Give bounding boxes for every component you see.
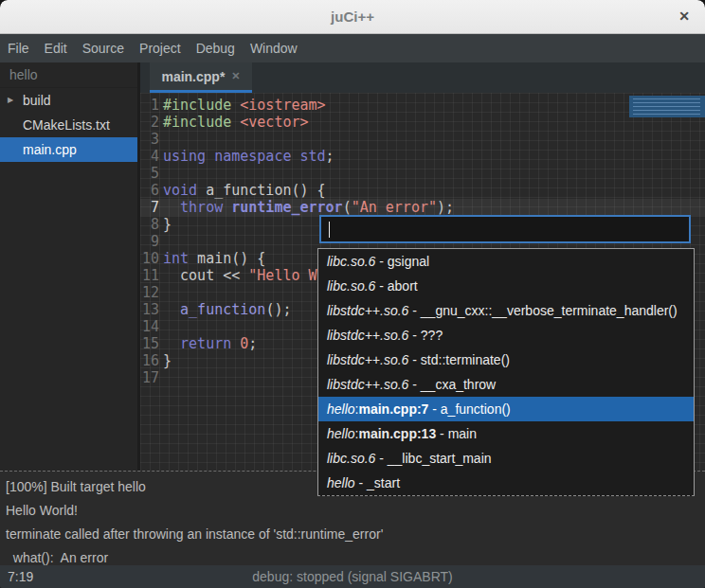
- text-segment: - main: [436, 426, 477, 441]
- file-tree-panel: hello ▶buildCMakeLists.txtmain.cpp: [0, 62, 137, 471]
- menu-bar: FileEditSourceProjectDebugWindow: [0, 34, 705, 62]
- text-segment: libstdc++.so.6: [327, 377, 408, 392]
- backtrace-item[interactable]: hello - _start: [318, 471, 694, 495]
- code-segment: [163, 335, 180, 352]
- file-label: CMakeLists.txt: [23, 117, 110, 133]
- text-segment: - __gnu_cxx::__verbose_terminate_handler…: [408, 303, 677, 318]
- code-text: cout << "Hello W: [159, 267, 317, 284]
- menu-window[interactable]: Window: [243, 34, 305, 62]
- backtrace-item[interactable]: libstdc++.so.6 - __cxa_throw: [318, 372, 694, 397]
- code-segment: }: [163, 352, 172, 369]
- line-number: 5: [140, 165, 159, 182]
- backtrace-item[interactable]: hello:main.cpp:13 - main: [318, 421, 694, 446]
- debug-status: debug: stopped (signal SIGABRT): [0, 565, 705, 588]
- text-segment: libc.so.6: [327, 254, 375, 269]
- window-titlebar[interactable]: juCi++ ✕: [0, 0, 705, 34]
- code-text: [159, 284, 163, 301]
- sidebar-item-main-cpp[interactable]: main.cpp: [0, 137, 137, 162]
- app-window: juCi++ ✕ FileEditSourceProjectDebugWindo…: [0, 0, 705, 588]
- code-text: throw runtime_error("An error");: [159, 199, 454, 216]
- status-bar: 7:19 debug: stopped (signal SIGABRT): [0, 565, 705, 588]
- text-segment: hello: [327, 475, 355, 490]
- text-segment: - gsignal: [375, 254, 429, 269]
- code-segment: std: [300, 148, 326, 165]
- code-text: int main() {: [159, 250, 265, 267]
- file-label: main.cpp: [23, 142, 77, 157]
- line-number: 16: [140, 352, 159, 369]
- tab-close-icon[interactable]: ✕: [231, 70, 240, 82]
- code-text: }: [159, 216, 172, 233]
- menu-debug[interactable]: Debug: [189, 34, 243, 62]
- text-segment: libc.so.6: [327, 451, 375, 466]
- backtrace-item[interactable]: libc.so.6 - gsignal: [318, 249, 694, 274]
- backtrace-item[interactable]: hello:main.cpp:7 - a_function(): [318, 397, 694, 421]
- code-text: using namespace std;: [159, 148, 334, 165]
- code-segment: main() {: [189, 250, 265, 267]
- code-segment: ;: [248, 335, 257, 352]
- code-line: 7 throw runtime_error("An error");: [140, 199, 705, 216]
- text-caret: [329, 222, 330, 238]
- line-number: 14: [140, 318, 159, 335]
- text-segment: - ???: [408, 328, 443, 343]
- code-segment: [223, 199, 231, 216]
- backtrace-item[interactable]: libc.so.6 - abort: [318, 274, 694, 298]
- code-segment: [231, 335, 240, 352]
- menu-source[interactable]: Source: [75, 34, 132, 62]
- code-segment: a_function: [180, 301, 265, 318]
- code-segment: "An error": [352, 199, 437, 216]
- line-number: 13: [140, 301, 159, 318]
- code-segment: );: [437, 199, 454, 216]
- output-line: Hello World!: [6, 499, 699, 523]
- text-segment: hello: [327, 426, 355, 441]
- code-segment: #include: [163, 97, 240, 114]
- code-text: #include <iostream>: [159, 97, 326, 114]
- line-number: 6: [140, 182, 159, 199]
- project-name: hello: [0, 62, 137, 88]
- line-number: 7: [140, 199, 159, 216]
- backtrace-item[interactable]: libstdc++.so.6 - ???: [318, 323, 694, 347]
- menu-edit[interactable]: Edit: [37, 34, 75, 62]
- tab-label: main.cpp*: [161, 69, 225, 84]
- output-line: terminate called after throwing an insta…: [6, 523, 699, 546]
- line-number: 17: [140, 369, 159, 386]
- file-label: build: [23, 93, 51, 108]
- code-text: [159, 165, 163, 182]
- code-segment: throw: [180, 199, 223, 216]
- code-segment: cout <<: [163, 267, 248, 284]
- sidebar-item-cmakelists-txt[interactable]: CMakeLists.txt: [0, 113, 137, 137]
- tab-main-cpp[interactable]: main.cpp* ✕: [150, 62, 252, 93]
- code-segment: ;: [326, 148, 334, 165]
- code-text: a_function();: [159, 301, 291, 318]
- line-number: 8: [140, 216, 159, 233]
- code-line: 2#include <vector>: [140, 114, 705, 131]
- backtrace-item[interactable]: libstdc++.so.6 - std::terminate(): [318, 347, 694, 372]
- code-segment: runtime_error: [231, 199, 342, 216]
- code-line: 3: [140, 131, 705, 148]
- code-text: [159, 318, 163, 335]
- code-line: 5: [140, 165, 705, 182]
- menu-project[interactable]: Project: [132, 34, 189, 62]
- code-text: [159, 233, 163, 250]
- code-segment: "Hello W: [248, 267, 316, 284]
- backtrace-item[interactable]: libstdc++.so.6 - __gnu_cxx::__verbose_te…: [318, 298, 694, 323]
- code-text: return 0;: [159, 335, 257, 352]
- code-line: 1#include <iostream>: [140, 97, 705, 114]
- menu-file[interactable]: File: [0, 34, 37, 62]
- text-segment: hello: [327, 401, 355, 417]
- backtrace-search-input[interactable]: [319, 215, 691, 243]
- text-segment: - _start: [355, 475, 400, 490]
- file-tree: ▶buildCMakeLists.txtmain.cpp: [0, 88, 137, 162]
- text-segment: - abort: [375, 278, 417, 294]
- sidebar-item-build[interactable]: ▶build: [0, 88, 137, 113]
- window-close-icon[interactable]: ✕: [673, 0, 696, 33]
- code-segment: #include: [163, 114, 240, 131]
- expander-icon[interactable]: ▶: [8, 88, 13, 113]
- code-segment: [291, 148, 299, 165]
- backtrace-item[interactable]: libc.so.6 - __libc_start_main: [318, 446, 694, 471]
- code-segment: ();: [265, 301, 291, 318]
- line-number: 15: [140, 335, 159, 352]
- code-segment: }: [163, 216, 172, 233]
- line-number: 10: [140, 250, 159, 267]
- code-segment: int: [163, 250, 189, 267]
- line-number: 11: [140, 267, 159, 284]
